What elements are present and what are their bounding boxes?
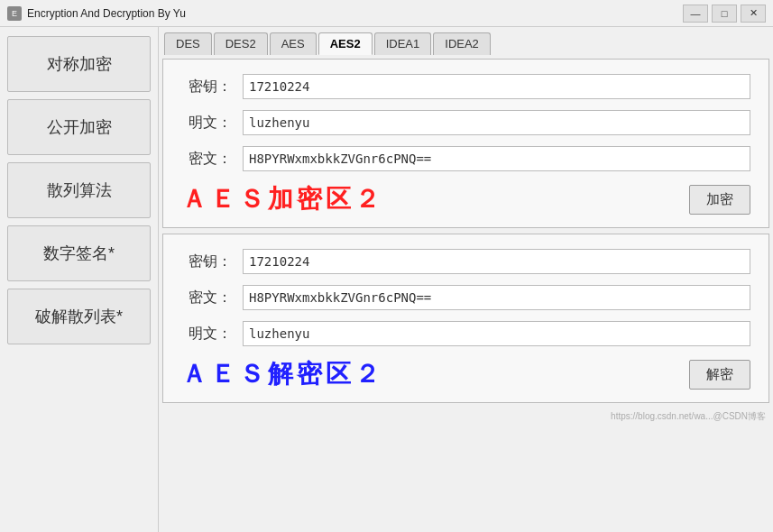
encrypt-ciphertext-row: 密文： <box>181 146 750 171</box>
title-bar-left: E Encryption And Decryption By Yu <box>7 6 186 21</box>
content-area: DES DES2 AES AES2 IDEA1 IDEA2 密钥： 明文： 密文… <box>159 27 773 532</box>
close-button[interactable]: ✕ <box>741 5 766 23</box>
decrypt-plaintext-label: 明文： <box>181 325 232 344</box>
sidebar: 对称加密 公开加密 散列算法 数字签名* 破解散列表* <box>0 27 159 532</box>
title-bar: E Encryption And Decryption By Yu — □ ✕ <box>0 0 773 27</box>
decrypt-key-label: 密钥： <box>181 252 232 271</box>
maximize-button[interactable]: □ <box>712 5 737 23</box>
tab-idea1[interactable]: IDEA1 <box>374 32 432 55</box>
tab-des2[interactable]: DES2 <box>214 32 268 55</box>
tab-aes2[interactable]: AES2 <box>318 32 373 55</box>
encrypt-button[interactable]: 加密 <box>689 185 750 215</box>
sidebar-item-hash[interactable]: 散列算法 <box>7 162 151 218</box>
decrypt-ciphertext-input[interactable] <box>243 285 750 310</box>
decrypt-panel: 密钥： 密文： 明文： ＡＥＳ解密区２ 解密 <box>162 234 769 403</box>
encrypt-panel-title: ＡＥＳ加密区２ <box>181 182 383 216</box>
encrypt-plaintext-row: 明文： <box>181 110 750 135</box>
sidebar-item-crack[interactable]: 破解散列表* <box>7 289 151 344</box>
encrypt-key-row: 密钥： <box>181 74 750 99</box>
decrypt-ciphertext-row: 密文： <box>181 285 750 310</box>
tab-aes[interactable]: AES <box>270 32 317 55</box>
encrypt-key-input[interactable] <box>243 74 750 99</box>
title-bar-controls: — □ ✕ <box>683 5 766 23</box>
main-container: 对称加密 公开加密 散列算法 数字签名* 破解散列表* DES DES2 AES… <box>0 27 773 532</box>
sidebar-item-signature[interactable]: 数字签名* <box>7 225 151 281</box>
encrypt-plaintext-input[interactable] <box>243 110 750 135</box>
panels: 密钥： 明文： 密文： ＡＥＳ加密区２ 加密 <box>159 55 773 532</box>
decrypt-plaintext-input[interactable] <box>243 321 750 346</box>
tab-bar: DES DES2 AES AES2 IDEA1 IDEA2 <box>159 27 773 55</box>
window-title: Encryption And Decryption By Yu <box>27 7 186 20</box>
app-icon: E <box>7 6 22 21</box>
decrypt-key-input[interactable] <box>243 249 750 274</box>
decrypt-plaintext-row: 明文： <box>181 321 750 346</box>
encrypt-ciphertext-label: 密文： <box>181 150 232 169</box>
encrypt-key-label: 密钥： <box>181 78 232 96</box>
minimize-button[interactable]: — <box>683 5 708 23</box>
decrypt-button[interactable]: 解密 <box>689 360 750 390</box>
sidebar-item-public[interactable]: 公开加密 <box>7 99 151 155</box>
decrypt-panel-title: ＡＥＳ解密区２ <box>181 357 383 391</box>
sidebar-item-symmetric[interactable]: 对称加密 <box>7 36 151 92</box>
encrypt-plaintext-label: 明文： <box>181 114 232 133</box>
decrypt-key-row: 密钥： <box>181 249 750 274</box>
tab-des[interactable]: DES <box>164 32 212 55</box>
encrypt-panel-footer: ＡＥＳ加密区２ 加密 <box>181 182 750 216</box>
tab-idea2[interactable]: IDEA2 <box>433 32 491 55</box>
watermark: https://blog.csdn.net/wa...@CSDN博客 <box>162 408 769 425</box>
encrypt-panel: 密钥： 明文： 密文： ＡＥＳ加密区２ 加密 <box>162 59 769 228</box>
decrypt-ciphertext-label: 密文： <box>181 289 232 307</box>
decrypt-panel-footer: ＡＥＳ解密区２ 解密 <box>181 357 750 391</box>
encrypt-ciphertext-input[interactable] <box>243 146 750 171</box>
